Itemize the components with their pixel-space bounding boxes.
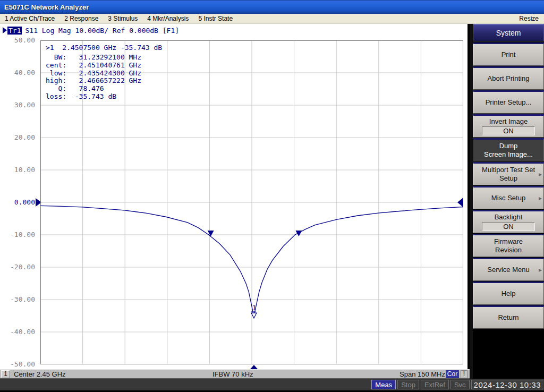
softkey-service-menu[interactable]: Service Menu▸ — [473, 258, 544, 281]
status-indicator-extref: ExtRef — [421, 380, 449, 389]
status-indicator-meas: Meas — [371, 380, 396, 389]
menu-item-1-active-ch-trace[interactable]: 1 Active Ch/Trace — [0, 14, 60, 24]
softkey-buttons: PrintAbort PrintingPrinter Setup...Inver… — [473, 42, 544, 329]
y-axis-label: -50.00 — [0, 360, 35, 368]
softkey-printer-setup[interactable]: Printer Setup... — [473, 90, 544, 114]
softkey-backlight[interactable]: BacklightON — [473, 210, 544, 233]
measurement-screen: Tr1 S11 Log Mag 10.00dB/ Ref 0.000dB [F1… — [0, 24, 468, 369]
softkey-multiport-test-set-setup[interactable]: Multiport Test Set Setup▸ — [473, 162, 544, 185]
menu-items: 1 Active Ch/Trace2 Response3 Stimulus4 M… — [0, 14, 237, 24]
softkey-print[interactable]: Print — [473, 42, 544, 66]
softkey-return[interactable]: Return — [473, 305, 544, 329]
marker1-readout: >1 2.4507500 GHz -35.743 dB — [46, 44, 162, 52]
y-axis-label: 10.00 — [0, 166, 35, 174]
bandwidth-search-readout: BW: 31.23292100 MHzcent: 2.451040761 GHz… — [46, 54, 141, 101]
softkey-abort-printing[interactable]: Abort Printing — [473, 66, 544, 90]
bw-readout-line: loss: -35.743 dB — [46, 93, 141, 101]
bw-high-marker-icon — [295, 231, 302, 236]
softkey-value-box: ON — [482, 126, 535, 135]
softkey-label: Service Menu — [487, 266, 529, 274]
reference-level-arrow-right-icon — [457, 198, 463, 207]
ifbw-label: IFBW 70 kHz — [212, 370, 253, 378]
y-axis-label: 20.00 — [0, 133, 35, 141]
y-axis-label: 30.00 — [0, 101, 35, 109]
y-axis-label: 40.00 — [0, 69, 35, 76]
softkey-menu: System PrintAbort PrintingPrinter Setup.… — [470, 24, 544, 379]
softkey-label: Firmware Revision — [494, 237, 523, 254]
trace-badge: Tr1 — [7, 27, 22, 35]
status-indicators: MeasStopExtRefSvc — [371, 380, 469, 389]
active-trace-arrow-icon — [3, 27, 7, 33]
softkey-help[interactable]: Help — [473, 282, 544, 305]
softkey-invert-image[interactable]: Invert ImageON — [473, 114, 544, 138]
center-frequency-label: Center 2.45 GHz — [14, 370, 66, 378]
softkey-label: Dump Screen Image... — [484, 142, 533, 159]
channel-number-badge: 1 — [1, 370, 10, 378]
menu-item-4-mkr-analysis[interactable]: 4 Mkr/Analysis — [142, 14, 193, 24]
softkey-firmware-revision[interactable]: Firmware Revision — [473, 234, 544, 257]
softkey-label: Backlight — [495, 213, 523, 221]
softkey-dump-screen-image[interactable]: Dump Screen Image... — [473, 138, 544, 161]
menu-item-3-stimulus[interactable]: 3 Stimulus — [103, 14, 142, 24]
bw-low-marker-icon — [208, 231, 214, 236]
y-axis-label: -20.00 — [0, 263, 35, 271]
bw-readout-line: high: 2.466657222 GHz — [46, 77, 141, 85]
menu-item-5-instr-state[interactable]: 5 Instr State — [193, 14, 237, 24]
softkey-label: Multiport Test Set Setup — [482, 166, 535, 183]
datetime-display: 2024-12-30 10:33 — [471, 380, 543, 389]
bw-readout-line: cent: 2.451040761 GHz — [46, 62, 141, 70]
softkey-value-box: ON — [482, 222, 535, 231]
instrument-status-bar: MeasStopExtRefSvc 2024-12-30 10:33 — [0, 379, 544, 392]
status-indicator-stop: Stop — [397, 380, 419, 389]
submenu-arrow-icon: ▸ — [539, 194, 542, 202]
window-title: E5071C Network Analyzer — [4, 3, 89, 11]
menu-bar: 1 Active Ch/Trace2 Response3 Stimulus4 M… — [0, 14, 544, 24]
softkey-label: Invert Image — [489, 117, 528, 126]
bw-readout-line: BW: 31.23292100 MHz — [46, 54, 141, 62]
y-axis-label: -30.00 — [0, 295, 35, 303]
menu-item-resize[interactable]: Resize — [514, 14, 544, 24]
span-label: Span 150 MHz — [400, 370, 445, 378]
submenu-arrow-icon: ▸ — [539, 266, 542, 274]
softkey-label: Printer Setup... — [486, 98, 532, 107]
trace-status-line[interactable]: Tr1 S11 Log Mag 10.00dB/ Ref 0.000dB [F1… — [3, 26, 179, 35]
softkey-label: Abort Printing — [488, 74, 530, 83]
bw-readout-line: Q: 78.476 — [46, 85, 141, 93]
menu-item-2-response[interactable]: 2 Response — [60, 14, 103, 24]
warning-badge: ! — [461, 370, 468, 378]
channel-status-bar: 1 Center 2.45 GHz IFBW 70 kHz Span 150 M… — [0, 369, 470, 379]
title-bar[interactable]: E5071C Network Analyzer — [0, 0, 544, 14]
marker1-number-label: 1 — [252, 304, 256, 312]
softkey-misc-setup[interactable]: Misc Setup▸ — [473, 186, 544, 209]
y-axis-label: 50.00 — [0, 36, 35, 44]
softkey-menu-title: System — [473, 24, 544, 41]
softkey-label: Print — [502, 50, 516, 59]
y-axis-label: -10.00 — [0, 231, 35, 238]
softkey-label: Misc Setup — [491, 194, 525, 202]
correction-status-badge: Cor — [446, 370, 459, 378]
status-indicator-svc: Svc — [450, 380, 470, 389]
bw-readout-line: low: 2.435424300 GHz — [46, 70, 141, 78]
softkey-label: Return — [498, 313, 518, 322]
y-axis-label: -40.00 — [0, 328, 35, 336]
softkey-label: Help — [502, 289, 516, 298]
trace-settings-text: S11 Log Mag 10.00dB/ Ref 0.000dB [F1] — [25, 27, 179, 35]
y-axis-label: 0.000 — [0, 198, 35, 206]
submenu-arrow-icon: ▸ — [539, 170, 542, 178]
